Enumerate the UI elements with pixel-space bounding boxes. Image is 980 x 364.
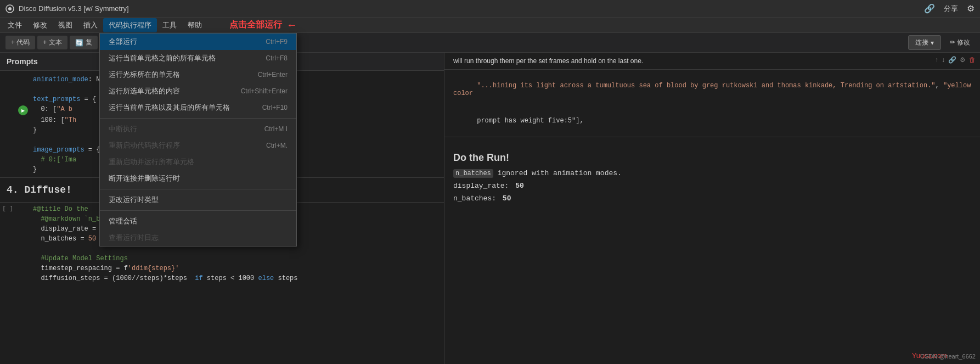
share-button[interactable]: 分享 bbox=[944, 4, 958, 14]
dropdown-divider bbox=[100, 189, 296, 189]
code-line: timestep_respacing = f'ddim{steps}' bbox=[0, 264, 444, 274]
code-text-1: , bbox=[936, 82, 943, 89]
app-title: Disco Diffusion v5.3 [w/ Symmetry] bbox=[19, 4, 129, 13]
arrow-icon: ← bbox=[286, 19, 297, 31]
dropdown-divider bbox=[100, 118, 296, 119]
dropdown-item-run-before[interactable]: 运行当前单元格之前的所有单元格 Ctrl+F8 bbox=[100, 50, 296, 66]
settings-icon[interactable]: ⚙ bbox=[967, 3, 975, 14]
dropdown-item-restart-all: 重新启动并运行所有单元格 bbox=[100, 154, 296, 170]
code-block-right: "...hining its light across a tumultuous… bbox=[444, 70, 980, 109]
menu-bar: 文件 修改 视图 插入 代码执行程序 工具 帮助 点击全部运行 ← bbox=[0, 18, 980, 33]
run-all-label: 点击全部运行 bbox=[229, 19, 282, 31]
menu-view[interactable]: 视图 bbox=[53, 18, 78, 32]
menu-file[interactable]: 文件 bbox=[2, 18, 27, 32]
app-logo bbox=[5, 4, 14, 13]
pencil-icon: ✏ bbox=[950, 38, 955, 46]
description-text: will run through them per the set frames… bbox=[453, 57, 643, 65]
edit-button[interactable]: ✏ 修改 bbox=[945, 36, 975, 49]
restore-icon: 🔄 bbox=[75, 39, 83, 47]
dropdown-item-run-all[interactable]: 全部运行 Ctrl+F9 bbox=[100, 33, 296, 50]
dropdown-item-manage-sessions[interactable]: 管理会话 bbox=[100, 213, 296, 229]
code-line: #Update Model Settings bbox=[0, 254, 444, 264]
code-line: diffusion_steps = (1000//steps)*steps if… bbox=[0, 274, 444, 284]
n-batches-line: n_batches: 50 bbox=[453, 194, 971, 203]
code-block-right-2: prompt has weight five:5"], bbox=[444, 109, 980, 137]
dropdown-item-run-selected[interactable]: 运行所选单元格的内容 Ctrl+Shift+Enter bbox=[100, 83, 296, 99]
delete-icon[interactable]: 🗑 bbox=[969, 56, 976, 64]
text-content-area: will run through them per the set frames… bbox=[444, 53, 980, 70]
cell-toolbar-icons: ↑ ↓ 🔗 ⚙ 🗑 bbox=[935, 56, 976, 64]
code-string-1: "...hining its light across a tumultuous… bbox=[477, 82, 935, 89]
settings-icon[interactable]: ⚙ bbox=[960, 56, 966, 64]
menu-help[interactable]: 帮助 bbox=[182, 18, 207, 32]
title-bar: Disco Diffusion v5.3 [w/ Symmetry] 🔗 分享 … bbox=[0, 0, 980, 18]
display-rate-value: 50 bbox=[515, 182, 524, 190]
watermark-csdn: CSDN @heart_6662 bbox=[920, 353, 976, 360]
connect-button[interactable]: 连接 ▾ bbox=[908, 35, 941, 50]
dropdown-item-run-after[interactable]: 运行当前单元格以及其后的所有单元格 Ctrl+F10 bbox=[100, 99, 296, 116]
title-bar-actions: 🔗 分享 ⚙ bbox=[924, 3, 975, 14]
do-run-section: Do the Run! n_batches ignored with anima… bbox=[444, 145, 980, 214]
menu-tools[interactable]: 工具 bbox=[157, 18, 182, 32]
restore-button[interactable]: 🔄 复 bbox=[70, 36, 98, 49]
dropdown-item-run-cursor[interactable]: 运行光标所在的单元格 Ctrl+Enter bbox=[100, 66, 296, 83]
dropdown-item-change-runtime[interactable]: 更改运行时类型 bbox=[100, 192, 296, 208]
prompt-weight-text: prompt has weight five:5 bbox=[477, 117, 572, 125]
add-code-button[interactable]: + 代码 bbox=[5, 36, 35, 49]
dropdown-item-restart: 重新启动代码执行程序 Ctrl+M. bbox=[100, 137, 296, 154]
display-rate-label: display_rate: bbox=[453, 182, 509, 190]
menu-edit[interactable]: 修改 bbox=[27, 18, 53, 32]
dropdown-menu: 全部运行 Ctrl+F9 运行当前单元格之前的所有单元格 Ctrl+F8 运行光… bbox=[99, 33, 297, 247]
menu-insert[interactable]: 插入 bbox=[78, 18, 103, 32]
dropdown-item-disconnect[interactable]: 断开连接并删除运行时 bbox=[100, 170, 296, 187]
down-arrow-icon[interactable]: ↓ bbox=[942, 56, 945, 64]
n-batches-param-label: n_batches: bbox=[453, 194, 496, 203]
add-text-button[interactable]: + 文本 bbox=[37, 36, 67, 49]
scrollbar-area[interactable] bbox=[444, 137, 980, 141]
n-batches-key: n_batches bbox=[453, 169, 493, 178]
right-panel: will run through them per the set frames… bbox=[444, 53, 980, 364]
link-icon[interactable]: 🔗 bbox=[948, 56, 956, 64]
n-batches-value: 50 bbox=[503, 194, 511, 203]
svg-point-1 bbox=[8, 7, 12, 10]
dropdown-divider bbox=[100, 210, 296, 211]
menu-runtime[interactable]: 代码执行程序 bbox=[103, 18, 157, 32]
up-arrow-icon[interactable]: ↑ bbox=[935, 56, 938, 64]
run-cell-button[interactable]: ▶ bbox=[18, 105, 28, 115]
toolbar-right: 连接 ▾ ✏ 修改 bbox=[908, 35, 975, 50]
dropdown-item-view-logs: 查看运行时日志 bbox=[100, 229, 296, 246]
display-rate-line: display_rate: 50 bbox=[453, 182, 971, 190]
n-batches-desc-line: n_batches ignored with animation modes. bbox=[453, 169, 971, 177]
do-run-title: Do the Run! bbox=[453, 152, 971, 164]
connect-dropdown-icon: ▾ bbox=[931, 39, 934, 47]
link-icon[interactable]: 🔗 bbox=[924, 3, 935, 14]
dropdown-item-interrupt: 中断执行 Ctrl+M I bbox=[100, 121, 296, 137]
